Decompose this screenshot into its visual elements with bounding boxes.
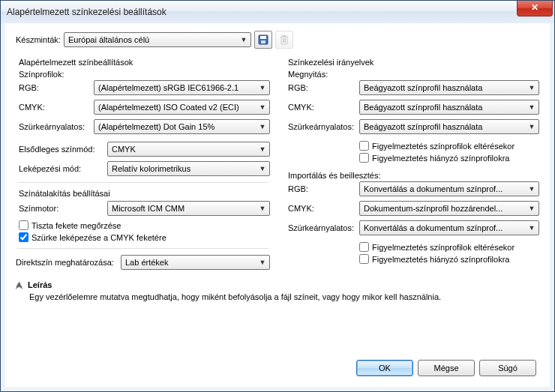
default-color-settings-title: Alapértelmezett színbeállítások bbox=[19, 58, 270, 67]
chevron-down-icon: ▼ bbox=[526, 123, 537, 130]
help-button[interactable]: Súgó bbox=[479, 360, 536, 376]
spot-color-definition-label: Direktszín meghatározása: bbox=[16, 258, 121, 267]
map-gray-to-cmyk-black-label: Szürke leképezése a CMYK feketére bbox=[32, 233, 166, 242]
color-management-policies-title: Színkezelési irányelvek bbox=[288, 58, 539, 67]
import-paste-label: Importálás és beillesztés: bbox=[288, 171, 539, 180]
open-rgb-value: Beágyazott színprofil használata bbox=[364, 83, 526, 92]
spot-color-definition-value: Lab értékek bbox=[125, 258, 257, 267]
cancel-button[interactable]: Mégse bbox=[418, 360, 475, 376]
spot-color-definition-combo[interactable]: Lab értékek ▼ bbox=[121, 255, 270, 270]
chevron-down-icon: ▼ bbox=[526, 224, 537, 232]
open-cmyk-label: CMYK: bbox=[288, 103, 359, 112]
color-engine-label: Színmotor: bbox=[19, 204, 107, 213]
rgb-profile-combo[interactable]: (Alapértelmezett) sRGB IEC61966-2.1 ▼ bbox=[94, 80, 270, 95]
rendering-intent-label: Leképezési mód: bbox=[19, 164, 107, 173]
import-rgb-value: Konvertálás a dokumentum színprof... bbox=[364, 184, 526, 193]
description-title: Leírás bbox=[28, 280, 52, 289]
cmyk-label: CMYK: bbox=[19, 103, 94, 112]
chevron-down-icon: ▼ bbox=[238, 36, 249, 43]
open-rgb-label: RGB: bbox=[288, 83, 359, 92]
import-warn-profile-mismatch-checkbox[interactable] bbox=[359, 242, 369, 252]
open-warn-profile-mismatch-checkbox[interactable] bbox=[359, 141, 369, 151]
collapse-icon[interactable]: ⮝ bbox=[16, 281, 23, 289]
preserve-pure-black-label: Tiszta fekete megőrzése bbox=[32, 221, 121, 230]
import-warn-missing-profile-label: Figyelmeztetés hiányzó színprofilokra bbox=[372, 255, 509, 264]
trash-icon bbox=[280, 34, 289, 45]
svg-rect-1 bbox=[260, 36, 266, 39]
window-title: Alapértelmezett színkezelési beállítások bbox=[7, 7, 166, 17]
open-cmyk-combo[interactable]: Beágyazott színprofil használata ▼ bbox=[359, 100, 539, 115]
primary-color-mode-label: Elsődleges színmód: bbox=[19, 145, 107, 154]
import-rgb-label: RGB: bbox=[288, 184, 359, 193]
rgb-profile-value: (Alapértelmezett) sRGB IEC61966-2.1 bbox=[98, 83, 257, 92]
chevron-down-icon: ▼ bbox=[526, 205, 537, 212]
close-button[interactable]: ✕ bbox=[517, 1, 553, 16]
chevron-down-icon: ▼ bbox=[526, 84, 537, 91]
grayscale-label: Szürkeárnyalatos: bbox=[19, 122, 94, 131]
open-warn-missing-profile-label: Figyelmeztetés hiányzó színprofilokra bbox=[372, 154, 509, 163]
color-engine-value: Microsoft ICM CMM bbox=[112, 204, 257, 213]
cmyk-profile-value: (Alapértelmezett) ISO Coated v2 (ECI) bbox=[98, 103, 257, 112]
description-text: Egy vezérlőelemre mutatva megtudhatja, h… bbox=[29, 292, 539, 301]
primary-color-mode-combo[interactable]: CMYK ▼ bbox=[107, 142, 270, 157]
import-cmyk-value: Dokumentum-színprofil hozzárendel... bbox=[364, 204, 526, 213]
chevron-down-icon: ▼ bbox=[526, 185, 537, 193]
floppy-icon bbox=[258, 34, 268, 45]
color-conversion-title: Színátalakítás beállításai bbox=[19, 189, 270, 198]
rendering-intent-value: Relatív kolorimetrikus bbox=[112, 164, 257, 173]
chevron-down-icon: ▼ bbox=[257, 84, 268, 91]
chevron-down-icon: ▼ bbox=[257, 123, 268, 130]
save-preset-button[interactable] bbox=[254, 31, 272, 49]
rendering-intent-combo[interactable]: Relatív kolorimetrikus ▼ bbox=[107, 161, 270, 176]
import-grayscale-combo[interactable]: Konvertálás a dokumentum színprof... ▼ bbox=[359, 220, 539, 235]
map-gray-to-cmyk-black-checkbox[interactable] bbox=[19, 232, 28, 242]
import-rgb-combo[interactable]: Konvertálás a dokumentum színprof... ▼ bbox=[359, 181, 539, 196]
open-grayscale-combo[interactable]: Beágyazott színprofil használata ▼ bbox=[359, 119, 539, 134]
titlebar: Alapértelmezett színkezelési beállítások… bbox=[1, 1, 554, 24]
chevron-down-icon: ▼ bbox=[257, 205, 268, 212]
import-cmyk-combo[interactable]: Dokumentum-színprofil hozzárendel... ▼ bbox=[359, 201, 539, 216]
presets-value: Európai általános célú bbox=[68, 35, 238, 44]
presets-combo[interactable]: Európai általános célú ▼ bbox=[64, 32, 251, 47]
chevron-down-icon: ▼ bbox=[257, 259, 268, 266]
open-warn-profile-mismatch-label: Figyelmeztetés színprofilok eltérésekor bbox=[372, 142, 514, 151]
import-warn-missing-profile-checkbox[interactable] bbox=[359, 254, 369, 264]
open-cmyk-value: Beágyazott színprofil használata bbox=[364, 103, 526, 112]
chevron-down-icon: ▼ bbox=[257, 103, 268, 111]
primary-color-mode-value: CMYK bbox=[112, 145, 257, 154]
chevron-down-icon: ▼ bbox=[257, 165, 268, 172]
import-warn-profile-mismatch-label: Figyelmeztetés színprofilok eltérésekor bbox=[372, 243, 514, 252]
chevron-down-icon: ▼ bbox=[257, 145, 268, 153]
color-engine-combo[interactable]: Microsoft ICM CMM ▼ bbox=[107, 201, 270, 216]
open-grayscale-value: Beágyazott színprofil használata bbox=[364, 122, 526, 131]
preserve-pure-black-checkbox[interactable] bbox=[19, 220, 28, 230]
description-section: ⮝ Leírás Egy vezérlőelemre mutatva megtu… bbox=[16, 280, 539, 301]
ok-button[interactable]: OK bbox=[356, 360, 413, 376]
presets-label: Készminták: bbox=[16, 35, 64, 44]
grayscale-profile-value: (Alapértelmezett) Dot Gain 15% bbox=[98, 122, 257, 131]
color-profiles-label: Színprofilok: bbox=[19, 70, 270, 79]
open-label: Megnyitás: bbox=[288, 70, 539, 79]
import-grayscale-value: Konvertálás a dokumentum színprof... bbox=[364, 223, 526, 232]
import-cmyk-label: CMYK: bbox=[288, 204, 359, 213]
rgb-label: RGB: bbox=[19, 83, 94, 92]
chevron-down-icon: ▼ bbox=[526, 103, 537, 111]
cmyk-profile-combo[interactable]: (Alapértelmezett) ISO Coated v2 (ECI) ▼ bbox=[94, 100, 270, 115]
close-icon: ✕ bbox=[531, 2, 538, 13]
open-warn-missing-profile-checkbox[interactable] bbox=[359, 153, 369, 163]
grayscale-profile-combo[interactable]: (Alapértelmezett) Dot Gain 15% ▼ bbox=[94, 119, 270, 134]
svg-rect-2 bbox=[261, 40, 266, 43]
import-grayscale-label: Szürkeárnyalatos: bbox=[288, 223, 359, 232]
open-grayscale-label: Szürkeárnyalatos: bbox=[288, 122, 359, 131]
open-rgb-combo[interactable]: Beágyazott színprofil használata ▼ bbox=[359, 80, 539, 95]
delete-preset-button bbox=[275, 31, 293, 49]
